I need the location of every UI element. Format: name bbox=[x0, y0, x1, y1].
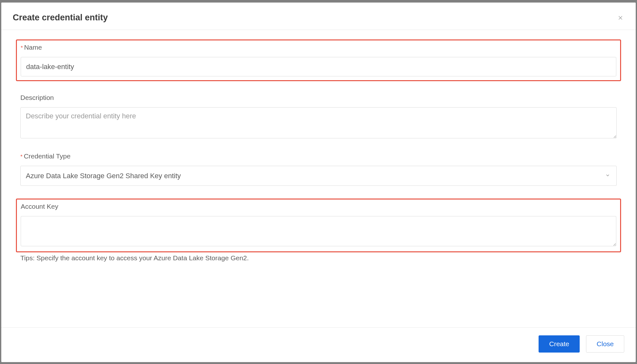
credential-type-select-wrapper: Azure Data Lake Storage Gen2 Shared Key … bbox=[20, 166, 617, 186]
account-key-section: Account Key Tips: Specify the account ke… bbox=[20, 199, 617, 262]
modal-footer: Create Close bbox=[1, 327, 636, 362]
modal-header: Create credential entity bbox=[1, 3, 636, 30]
account-key-tips: Tips: Specify the account key to access … bbox=[20, 254, 617, 262]
account-key-field-group: Account Key bbox=[16, 199, 621, 252]
account-key-label: Account Key bbox=[21, 203, 616, 210]
credential-type-select[interactable]: Azure Data Lake Storage Gen2 Shared Key … bbox=[20, 166, 617, 186]
modal-container: Create credential entity *Name Descripti… bbox=[1, 3, 636, 362]
required-asterisk: * bbox=[21, 45, 23, 51]
required-asterisk: * bbox=[20, 154, 23, 160]
name-label: *Name bbox=[21, 44, 616, 51]
name-input[interactable] bbox=[21, 57, 616, 76]
description-input[interactable] bbox=[20, 107, 617, 138]
credential-type-field-group: *Credential Type Azure Data Lake Storage… bbox=[20, 152, 617, 186]
description-field-group: Description bbox=[20, 94, 617, 140]
close-icon[interactable] bbox=[617, 14, 624, 22]
name-field-group: *Name bbox=[16, 39, 621, 81]
modal-body: *Name Description *Credential Type Azure… bbox=[1, 30, 636, 327]
modal-title: Create credential entity bbox=[13, 13, 108, 23]
create-button[interactable]: Create bbox=[539, 335, 580, 353]
close-button[interactable]: Close bbox=[586, 335, 624, 353]
description-label: Description bbox=[20, 94, 617, 102]
account-key-input[interactable] bbox=[21, 216, 616, 246]
credential-type-label: *Credential Type bbox=[20, 152, 617, 160]
